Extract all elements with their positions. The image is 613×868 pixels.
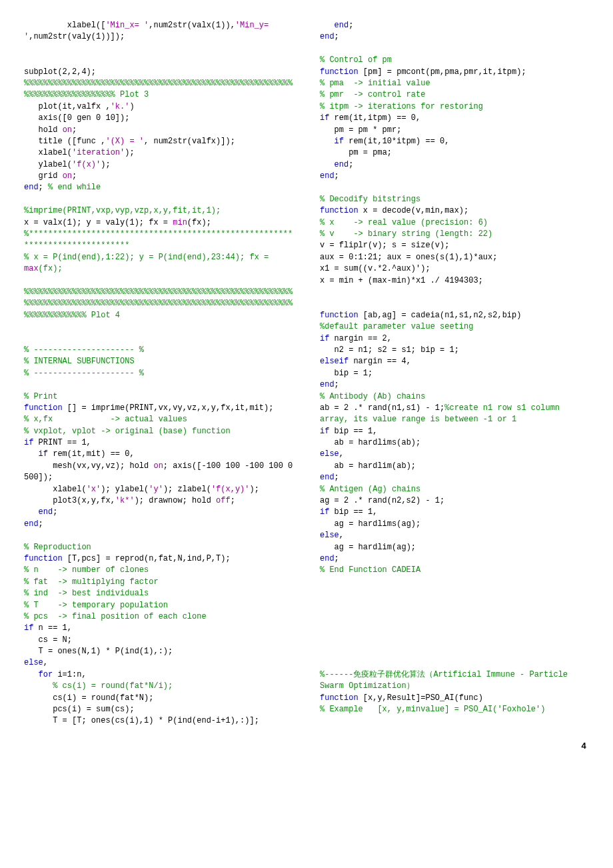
code-token: % --------------------- % (24, 369, 144, 378)
code-token: % x = P(ind(end),1:22); y = P(ind(end),2… (24, 253, 273, 262)
code-token: elseif (320, 357, 348, 366)
code-token: % n -> number of clones (24, 565, 149, 575)
code-token: if (24, 623, 33, 633)
code-token: rem(it,10*itpm) == 0, (344, 137, 449, 146)
code-token: % x -> real value (precision: 6) (320, 218, 488, 227)
code-token: 'x' (87, 485, 101, 494)
code-token: % Decodify bitstrings (320, 195, 420, 204)
code-token: pcs(i) = sum(cs); (53, 705, 134, 714)
code-token: ; (348, 21, 353, 30)
code-token: % --------------------- % (24, 345, 144, 355)
code-token: bip == 1, (329, 507, 377, 517)
code-token: % fat -> multiplying factor (24, 577, 159, 587)
code-token: bip = 1; (334, 369, 373, 378)
code-token: ab = 2 .* rand(n1,s1) - 1; (320, 403, 444, 413)
code-token: n2 = n1; s2 = s1; bip = 1; (334, 345, 459, 355)
code-token: if (320, 334, 329, 343)
code-token: v = fliplr(v); s = size(v); (320, 241, 449, 250)
code-token: ) (129, 102, 134, 111)
code-token: end (320, 473, 334, 482)
code-token: (fx); (187, 218, 216, 227)
code-token: 'k.' (111, 102, 130, 111)
code-token: function (320, 693, 358, 703)
code-token: % INTERNAL SUBFUNCTIONS (24, 357, 135, 366)
code-token: pm = pm * pmr; (334, 125, 402, 135)
code-token: % Example [x, y,minvalue] = PSO_AI('Foxh… (320, 705, 545, 714)
code-token: min (173, 218, 187, 227)
code-token: %%%%%%%%%%%%%%%%%%%%%%%%%%%%%%%%%%%%%%%%… (24, 79, 293, 99)
code-token: ; (334, 554, 339, 563)
code-token: ; (231, 496, 235, 505)
code-token: end (334, 21, 349, 30)
code-token: ; (334, 380, 339, 389)
code-token: [x,y,Result]=PSO_AI(func) (358, 693, 483, 703)
code-token: else (24, 658, 43, 667)
code-token: ab = hardlim(ab); (334, 461, 416, 471)
code-token: aux = 0:1:21; aux = ones(s(1),1)*aux; (320, 253, 497, 262)
code-token: PRINT == 1, (33, 438, 91, 447)
code-token: end (320, 380, 334, 389)
code-token: 'f(x)' (72, 160, 101, 169)
code-token: ; (72, 125, 77, 135)
code-token: [] = imprime(PRINT,vx,vy,vz,x,y,fx,it,mi… (63, 403, 274, 413)
code-token: max (24, 264, 39, 273)
code-token: 'iteration' (72, 148, 125, 157)
code-token: nargin == 4, (348, 357, 411, 366)
code-token: xlabel( (53, 485, 86, 494)
code-token: T = ones(N,1) * P(ind(1),:); (39, 647, 173, 656)
code-token: ); drawnow; hold (135, 496, 216, 505)
code-token: if (320, 113, 329, 123)
code-token: ; (39, 183, 48, 192)
code-token: % Control of pm (320, 55, 392, 65)
code-token: % end while (48, 183, 101, 192)
code-token: x = valx(1); y = valy(1); fx = (24, 218, 173, 227)
code-token: end (24, 183, 39, 192)
code-token: function (24, 554, 63, 563)
code-token: for (39, 670, 53, 679)
code-token: % T -> temporary population (24, 601, 168, 610)
code-token: T = [T; ones(cs(i),1) * P(ind(end-i+1),:… (53, 716, 259, 725)
code-token: ,num2str(valx(1)), (149, 21, 235, 30)
code-token: 'Min_x= ' (105, 21, 149, 30)
code-token: % pmr -> control rate (320, 90, 425, 99)
code-token: end (39, 507, 53, 517)
code-token: end (320, 171, 334, 181)
code-token: ag = hardlim(ag); (334, 543, 416, 552)
code-token: if (320, 427, 329, 436)
code-block-right: end; end; % Control of pm function [pm] … (320, 20, 589, 715)
code-token: % pma -> initial value (320, 79, 430, 88)
code-token: title ([func , (39, 137, 106, 146)
code-token: ; (334, 171, 339, 181)
code-token: pm = pma; (348, 148, 392, 157)
code-token: 'y' (149, 485, 163, 494)
code-token: % v -> binary string (length: 22) (320, 229, 492, 239)
code-token: function (320, 206, 358, 215)
code-token: rem(it,itpm) == 0, (329, 113, 420, 123)
code-token: ); zlabel( (163, 485, 211, 494)
code-token: x = decode(v,min,max); (358, 206, 469, 215)
code-token: [pm] = pmcont(pm,pma,pmr,it,itpm); (358, 67, 526, 77)
code-token: function (320, 67, 358, 77)
code-token: ; (72, 171, 77, 181)
code-token: % x,fx -> actual values (24, 415, 187, 424)
code-token: if (39, 449, 48, 459)
code-token: % End Function CADEIA (320, 565, 420, 575)
code-token: xlabel( (39, 148, 72, 157)
code-token: rem(it,mit) == 0, (48, 449, 135, 459)
code-token: x1 = sum((v.*2.^aux)'); (320, 264, 430, 273)
code-token: nargin == 2, (329, 334, 392, 343)
code-token: xlabel([ (67, 21, 106, 30)
code-token: '(X) = ' (105, 137, 144, 146)
code-token: if (320, 507, 329, 517)
code-token: ylabel( (39, 160, 72, 169)
code-token: ); (250, 485, 259, 494)
code-token: grid (39, 171, 63, 181)
code-token: % Reproduction (24, 543, 91, 552)
code-token: function (24, 403, 63, 413)
code-token: plot3(x,y,fx, (53, 496, 115, 505)
code-token: mesh(vx,vy,vz); hold (53, 461, 153, 471)
code-token: ; (39, 519, 43, 529)
code-token: [T,pcs] = reprod(n,fat,N,ind,P,T); (63, 554, 231, 563)
right-column: end; end; % Control of pm function [pm] … (320, 20, 589, 727)
code-token: axis([0 gen 0 10]); (39, 113, 130, 123)
